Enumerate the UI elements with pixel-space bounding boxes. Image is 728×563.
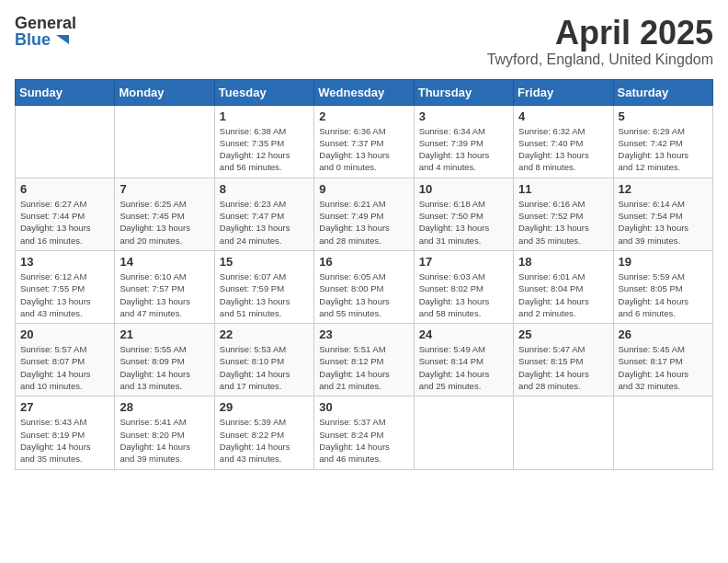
day-number: 9 <box>319 182 408 196</box>
calendar-cell: 19Sunrise: 5:59 AM Sunset: 8:05 PM Dayli… <box>613 250 712 323</box>
calendar-cell: 5Sunrise: 6:29 AM Sunset: 7:42 PM Daylig… <box>613 105 712 178</box>
logo-blue-text: Blue <box>15 31 51 48</box>
calendar-week-row: 13Sunrise: 6:12 AM Sunset: 7:55 PM Dayli… <box>16 250 713 323</box>
calendar-cell: 26Sunrise: 5:45 AM Sunset: 8:17 PM Dayli… <box>613 324 712 396</box>
calendar-cell <box>414 396 513 469</box>
calendar-cell: 7Sunrise: 6:25 AM Sunset: 7:45 PM Daylig… <box>115 178 214 250</box>
day-number: 19 <box>619 255 708 269</box>
calendar-cell <box>16 105 115 178</box>
calendar-cell <box>514 396 613 469</box>
calendar-table: SundayMondayTuesdayWednesdayThursdayFrid… <box>15 79 713 470</box>
day-number: 26 <box>619 327 708 341</box>
calendar-day-header: Friday <box>514 79 613 105</box>
day-info: Sunrise: 6:03 AM Sunset: 8:02 PM Dayligh… <box>419 270 508 319</box>
day-number: 10 <box>419 182 508 196</box>
page-header: General Blue April 2025 Twyford, England… <box>15 15 713 68</box>
calendar-cell: 20Sunrise: 5:57 AM Sunset: 8:07 PM Dayli… <box>16 324 115 396</box>
calendar-cell: 21Sunrise: 5:55 AM Sunset: 8:09 PM Dayli… <box>115 324 214 396</box>
day-info: Sunrise: 6:16 AM Sunset: 7:52 PM Dayligh… <box>518 198 608 247</box>
day-info: Sunrise: 5:53 AM Sunset: 8:10 PM Dayligh… <box>220 343 309 392</box>
day-info: Sunrise: 5:55 AM Sunset: 8:09 PM Dayligh… <box>119 343 209 392</box>
day-info: Sunrise: 6:23 AM Sunset: 7:47 PM Dayligh… <box>220 198 309 247</box>
title-section: April 2025 Twyford, England, United King… <box>487 15 713 68</box>
day-number: 25 <box>518 327 608 341</box>
calendar-cell: 25Sunrise: 5:47 AM Sunset: 8:15 PM Dayli… <box>514 324 613 396</box>
day-number: 15 <box>220 255 309 269</box>
day-info: Sunrise: 5:59 AM Sunset: 8:05 PM Dayligh… <box>619 270 708 319</box>
calendar-cell: 4Sunrise: 6:32 AM Sunset: 7:40 PM Daylig… <box>514 105 613 178</box>
calendar-cell <box>115 105 214 178</box>
day-number: 20 <box>20 327 109 341</box>
calendar-cell: 29Sunrise: 5:39 AM Sunset: 8:22 PM Dayli… <box>214 396 313 469</box>
day-info: Sunrise: 5:51 AM Sunset: 8:12 PM Dayligh… <box>319 343 408 392</box>
day-info: Sunrise: 6:14 AM Sunset: 7:54 PM Dayligh… <box>619 198 708 247</box>
day-number: 22 <box>220 327 309 341</box>
calendar-day-header: Monday <box>115 79 214 105</box>
day-number: 28 <box>119 400 209 414</box>
day-info: Sunrise: 6:25 AM Sunset: 7:45 PM Dayligh… <box>119 198 209 247</box>
calendar-cell: 1Sunrise: 6:38 AM Sunset: 7:35 PM Daylig… <box>214 105 313 178</box>
day-info: Sunrise: 5:37 AM Sunset: 8:24 PM Dayligh… <box>319 416 408 465</box>
day-number: 16 <box>319 255 408 269</box>
calendar-header-row: SundayMondayTuesdayWednesdayThursdayFrid… <box>16 79 713 105</box>
calendar-cell: 6Sunrise: 6:27 AM Sunset: 7:44 PM Daylig… <box>16 178 115 250</box>
day-info: Sunrise: 6:18 AM Sunset: 7:50 PM Dayligh… <box>419 198 508 247</box>
calendar-cell: 18Sunrise: 6:01 AM Sunset: 8:04 PM Dayli… <box>514 250 613 323</box>
calendar-day-header: Sunday <box>16 79 115 105</box>
day-number: 30 <box>319 400 408 414</box>
day-number: 6 <box>20 182 109 196</box>
day-number: 7 <box>119 182 209 196</box>
calendar-cell: 28Sunrise: 5:41 AM Sunset: 8:20 PM Dayli… <box>115 396 214 469</box>
calendar-cell: 30Sunrise: 5:37 AM Sunset: 8:24 PM Dayli… <box>314 396 414 469</box>
calendar-day-header: Wednesday <box>314 79 414 105</box>
day-number: 21 <box>119 327 209 341</box>
logo-general-text: General <box>15 15 76 31</box>
day-info: Sunrise: 6:10 AM Sunset: 7:57 PM Dayligh… <box>119 270 209 319</box>
day-number: 27 <box>20 400 109 414</box>
day-number: 17 <box>419 255 508 269</box>
day-info: Sunrise: 5:49 AM Sunset: 8:14 PM Dayligh… <box>419 343 508 392</box>
day-info: Sunrise: 5:41 AM Sunset: 8:20 PM Dayligh… <box>119 416 209 465</box>
day-info: Sunrise: 6:12 AM Sunset: 7:55 PM Dayligh… <box>20 270 109 319</box>
day-info: Sunrise: 5:43 AM Sunset: 8:19 PM Dayligh… <box>20 416 109 465</box>
logo: General Blue <box>15 15 76 48</box>
calendar-cell: 10Sunrise: 6:18 AM Sunset: 7:50 PM Dayli… <box>414 178 513 250</box>
day-info: Sunrise: 5:45 AM Sunset: 8:17 PM Dayligh… <box>619 343 708 392</box>
day-number: 24 <box>419 327 508 341</box>
day-info: Sunrise: 5:57 AM Sunset: 8:07 PM Dayligh… <box>20 343 109 392</box>
calendar-cell: 27Sunrise: 5:43 AM Sunset: 8:19 PM Dayli… <box>16 396 115 469</box>
calendar-cell: 8Sunrise: 6:23 AM Sunset: 7:47 PM Daylig… <box>214 178 313 250</box>
day-info: Sunrise: 6:36 AM Sunset: 7:37 PM Dayligh… <box>319 125 408 174</box>
day-number: 8 <box>220 182 309 196</box>
day-info: Sunrise: 5:39 AM Sunset: 8:22 PM Dayligh… <box>220 416 309 465</box>
calendar-week-row: 20Sunrise: 5:57 AM Sunset: 8:07 PM Dayli… <box>16 324 713 396</box>
calendar-cell: 12Sunrise: 6:14 AM Sunset: 7:54 PM Dayli… <box>613 178 712 250</box>
calendar-week-row: 1Sunrise: 6:38 AM Sunset: 7:35 PM Daylig… <box>16 105 713 178</box>
calendar-cell: 24Sunrise: 5:49 AM Sunset: 8:14 PM Dayli… <box>414 324 513 396</box>
day-number: 3 <box>419 109 508 123</box>
day-info: Sunrise: 6:38 AM Sunset: 7:35 PM Dayligh… <box>220 125 309 174</box>
calendar-cell: 2Sunrise: 6:36 AM Sunset: 7:37 PM Daylig… <box>314 105 414 178</box>
calendar-cell: 15Sunrise: 6:07 AM Sunset: 7:59 PM Dayli… <box>214 250 313 323</box>
calendar-cell: 22Sunrise: 5:53 AM Sunset: 8:10 PM Dayli… <box>214 324 313 396</box>
calendar-cell: 23Sunrise: 5:51 AM Sunset: 8:12 PM Dayli… <box>314 324 414 396</box>
day-info: Sunrise: 6:05 AM Sunset: 8:00 PM Dayligh… <box>319 270 408 319</box>
day-info: Sunrise: 6:29 AM Sunset: 7:42 PM Dayligh… <box>619 125 708 174</box>
svg-marker-0 <box>56 35 69 44</box>
calendar-week-row: 27Sunrise: 5:43 AM Sunset: 8:19 PM Dayli… <box>16 396 713 469</box>
calendar-cell <box>613 396 712 469</box>
calendar-cell: 3Sunrise: 6:34 AM Sunset: 7:39 PM Daylig… <box>414 105 513 178</box>
calendar-cell: 13Sunrise: 6:12 AM Sunset: 7:55 PM Dayli… <box>16 250 115 323</box>
day-info: Sunrise: 6:07 AM Sunset: 7:59 PM Dayligh… <box>220 270 309 319</box>
calendar-cell: 9Sunrise: 6:21 AM Sunset: 7:49 PM Daylig… <box>314 178 414 250</box>
day-number: 18 <box>518 255 608 269</box>
day-number: 14 <box>119 255 209 269</box>
month-title: April 2025 <box>487 15 713 52</box>
day-number: 2 <box>319 109 408 123</box>
logo-icon <box>52 31 69 48</box>
calendar-week-row: 6Sunrise: 6:27 AM Sunset: 7:44 PM Daylig… <box>16 178 713 250</box>
calendar-cell: 16Sunrise: 6:05 AM Sunset: 8:00 PM Dayli… <box>314 250 414 323</box>
location: Twyford, England, United Kingdom <box>487 52 713 68</box>
day-info: Sunrise: 6:27 AM Sunset: 7:44 PM Dayligh… <box>20 198 109 247</box>
day-info: Sunrise: 6:32 AM Sunset: 7:40 PM Dayligh… <box>518 125 608 174</box>
